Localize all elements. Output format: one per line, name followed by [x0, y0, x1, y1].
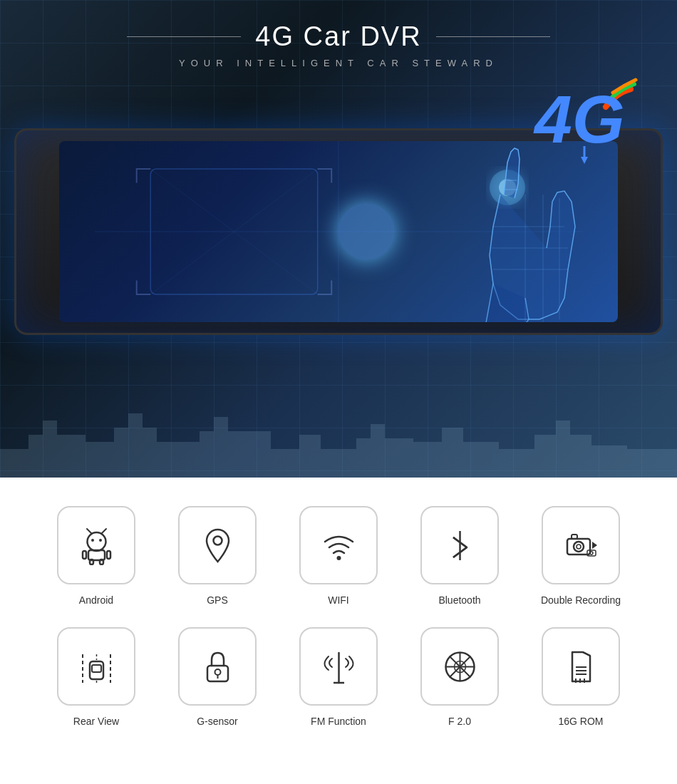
rom-icon-box	[542, 627, 620, 706]
fm-icon-box	[299, 627, 378, 706]
svg-rect-24	[83, 551, 86, 559]
svg-point-28	[213, 536, 222, 545]
fm-label: FM Function	[311, 716, 366, 727]
16g-rom-label: 16G ROM	[558, 716, 603, 727]
rear-view-label: Rear View	[73, 716, 119, 727]
android-icon	[77, 526, 116, 565]
feature-rear-view: Rear View	[43, 627, 150, 727]
svg-point-18	[87, 532, 105, 551]
wifi-icon	[319, 526, 358, 565]
svg-rect-27	[100, 559, 103, 564]
feature-fm-function: FM Function	[285, 627, 392, 727]
svg-point-38	[590, 552, 593, 555]
feature-bluetooth: Bluetooth	[406, 506, 513, 606]
svg-rect-26	[90, 559, 93, 564]
gps-icon-box	[178, 506, 257, 584]
g-sensor-label: G-sensor	[197, 716, 238, 727]
svg-marker-36	[592, 542, 597, 549]
bluetooth-icon-box	[420, 506, 499, 584]
feature-16g-rom: 16G ROM	[527, 627, 634, 727]
mirror-screen	[59, 141, 618, 322]
bluetooth-icon	[440, 526, 480, 565]
rear-view-icon	[77, 647, 116, 686]
feature-g-sensor: G-sensor	[164, 627, 271, 727]
badge-4g: 4G	[527, 71, 641, 167]
android-label: Android	[79, 594, 113, 606]
svg-point-46	[215, 669, 220, 675]
title-rule-left	[127, 36, 241, 37]
svg-point-34	[577, 545, 581, 549]
feature-f20: F 2.0	[406, 627, 513, 727]
feature-double-recording: Double Recording	[527, 506, 634, 606]
aperture-icon	[440, 647, 480, 686]
svg-line-21	[87, 529, 91, 533]
svg-text:4G: 4G	[533, 81, 625, 157]
feature-wifi: WIFI	[285, 506, 392, 606]
wifi-label: WIFI	[328, 594, 349, 606]
svg-rect-35	[572, 535, 577, 539]
svg-rect-25	[107, 551, 110, 559]
g-sensor-icon-box	[178, 627, 257, 706]
svg-point-20	[99, 539, 102, 542]
rear-view-icon-box	[57, 627, 135, 706]
feature-gps: GPS	[164, 506, 271, 606]
double-recording-label: Double Recording	[541, 594, 621, 606]
feature-android: Android	[43, 506, 150, 606]
bluetooth-label: Bluetooth	[438, 594, 480, 606]
svg-marker-2	[581, 157, 588, 164]
svg-point-29	[336, 556, 341, 560]
svg-line-56	[583, 652, 590, 656]
wifi-icon-box	[299, 506, 378, 584]
hero-subtitle: YOUR INTELLIGENT CAR STEWARD	[127, 58, 549, 68]
aperture-icon-box	[420, 627, 499, 706]
hero-title-area: 4G Car DVR YOUR INTELLIGENT CAR STEWARD	[127, 21, 549, 68]
features-section: Android GPS	[0, 478, 677, 770]
f20-label: F 2.0	[448, 716, 471, 727]
svg-line-22	[102, 529, 106, 533]
double-recording-icon	[562, 526, 601, 565]
hero-section: 4G Car DVR YOUR INTELLIGENT CAR STEWARD …	[0, 0, 677, 478]
title-rule-right	[436, 36, 550, 37]
hand-graphic	[376, 141, 618, 322]
features-grid-row1: Android GPS	[43, 506, 634, 727]
svg-point-19	[91, 539, 94, 542]
g-sensor-icon	[198, 647, 237, 686]
double-recording-icon-box	[542, 506, 620, 584]
rom-icon	[562, 647, 601, 686]
gps-icon	[198, 526, 237, 565]
svg-rect-45	[207, 666, 228, 681]
hero-main-title: 4G Car DVR	[255, 21, 421, 52]
svg-rect-40	[92, 665, 101, 672]
gps-label: GPS	[207, 594, 228, 606]
svg-point-33	[574, 542, 584, 552]
fm-icon	[319, 647, 358, 686]
android-icon-box	[57, 506, 135, 584]
